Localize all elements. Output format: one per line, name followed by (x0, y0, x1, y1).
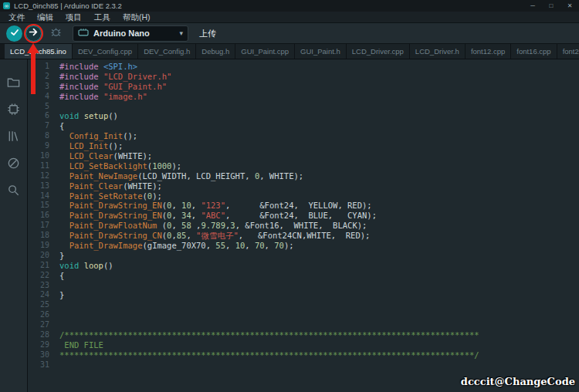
start-debug-button[interactable] (48, 25, 63, 41)
line-number: 29 (28, 340, 49, 350)
window-controls: ─ □ ✕ (523, 0, 579, 12)
menu-edit[interactable]: 编辑 (31, 12, 59, 23)
menu-help[interactable]: 帮助(H) (117, 12, 157, 23)
line-number: 10 (28, 151, 49, 161)
verify-button[interactable] (6, 25, 22, 42)
line-number: 7 (28, 121, 49, 131)
annotation-ring (24, 24, 43, 43)
code-line[interactable]: 27 (28, 320, 579, 330)
code-line[interactable]: 15 Paint_DrawString_EN(0, 10, "123", &Fo… (28, 201, 579, 211)
code-text: LCD_Init(); (49, 141, 123, 151)
boards-manager-icon[interactable] (5, 100, 23, 118)
close-button[interactable]: ✕ (560, 0, 579, 12)
chevron-down-icon: ▾ (179, 29, 183, 37)
line-number: 22 (28, 271, 49, 281)
code-line[interactable]: 14 Paint_SetRotate(0); (28, 191, 579, 201)
tab-dev-config-h[interactable]: DEV_Config.h (138, 44, 196, 59)
code-line[interactable]: 13 Paint_Clear(WHITE); (28, 181, 579, 191)
tab-lcd-driver-cpp[interactable]: LCD_Driver.cpp (347, 44, 410, 59)
code-text (49, 102, 59, 112)
line-number: 30 (28, 350, 49, 360)
tab-lcd-driver-h[interactable]: LCD_Driver.h (410, 44, 466, 59)
search-icon[interactable] (5, 181, 23, 199)
code-line[interactable]: 31 (28, 360, 579, 370)
watermark: dcccit@ChangeCode (461, 376, 575, 387)
tab-gui-paint-h[interactable]: GUI_Paint.h (295, 44, 347, 59)
line-number: 28 (28, 330, 49, 340)
code-line[interactable]: 5 (28, 102, 579, 112)
line-number: 25 (28, 300, 49, 310)
library-manager-icon[interactable] (5, 127, 23, 145)
tab-bar: LCD_0inch85.inoDEV_Config.cppDEV_Config.… (0, 44, 579, 59)
check-icon (10, 26, 19, 40)
line-number: 15 (28, 201, 49, 211)
tab-font12-cpp[interactable]: font12.cpp (466, 44, 511, 59)
code-line[interactable]: 11 LCD_SetBacklight(1000); (28, 161, 579, 171)
code-text: Paint_DrawImage(gImage_70X70, 55, 10, 70… (49, 241, 294, 251)
menu-sketch[interactable]: 项目 (59, 12, 88, 23)
tab-font20-cpp[interactable]: font20.cpp (557, 44, 579, 59)
code-text: } (49, 251, 64, 261)
code-line[interactable]: 30**************************************… (28, 350, 579, 360)
code-line[interactable]: 6void setup() (28, 111, 579, 121)
line-number: 23 (28, 281, 49, 291)
code-text: void setup() (49, 111, 118, 121)
arduino-ide-window: ∞ LCD_0inch85 | Arduino IDE 2.3.2 ─ □ ✕ … (0, 0, 579, 392)
code-line[interactable]: 1#include <SPI.h> (28, 62, 579, 72)
code-line[interactable]: 28/*************************************… (28, 330, 579, 340)
maximize-button[interactable]: □ (542, 0, 560, 12)
menubar: 文件编辑项目工具帮助(H) (0, 12, 579, 23)
code-line[interactable]: 18 Paint_DrawString_CN(0,85, "微雪电子", &Fo… (28, 231, 579, 241)
line-number: 31 (28, 360, 49, 370)
code-line[interactable]: 23 (28, 281, 579, 291)
code-text: LCD_SetBacklight(1000); (49, 161, 181, 171)
code-line[interactable]: 4#include "image.h" (28, 92, 579, 102)
code-line[interactable]: 7{ (28, 121, 579, 131)
tab-gui-paint-cpp[interactable]: GUI_Paint.cpp (235, 44, 295, 59)
board-selector[interactable]: Arduino Nano ▾ (73, 25, 188, 42)
line-number: 12 (28, 171, 49, 181)
menu-file[interactable]: 文件 (2, 12, 31, 23)
tab-font16-cpp[interactable]: font16.cpp (511, 44, 557, 59)
tab-debug-h[interactable]: Debug.h (196, 44, 235, 59)
activity-bar (0, 59, 28, 392)
code-text: Paint_Clear(WHITE); (49, 181, 162, 191)
code-line[interactable]: 17 Paint_DrawFloatNum (0, 58 ,9.789,3, &… (28, 221, 579, 231)
code-line[interactable]: 21void loop() (28, 261, 579, 271)
minimize-button[interactable]: ─ (523, 0, 542, 12)
code-line[interactable]: 22{ (28, 271, 579, 281)
code-line[interactable]: 8 Config_Init(); (28, 131, 579, 141)
line-number: 11 (28, 161, 49, 171)
line-number: 18 (28, 231, 49, 241)
code-line[interactable]: 29 END FILE (28, 340, 579, 350)
code-line[interactable]: 3#include "GUI_Paint.h" (28, 82, 579, 92)
code-line[interactable]: 10 LCD_Clear(WHITE); (28, 151, 579, 161)
board-selector-value: Arduino Nano (93, 29, 150, 38)
board-icon (78, 26, 89, 40)
code-line[interactable]: 9 LCD_Init(); (28, 141, 579, 151)
code-line[interactable]: 19 Paint_DrawImage(gImage_70X70, 55, 10,… (28, 241, 579, 251)
sketchbook-icon[interactable] (5, 73, 23, 91)
code-line[interactable]: 25 (28, 300, 579, 310)
line-number: 19 (28, 241, 49, 251)
code-text: Paint_SetRotate(0); (49, 191, 162, 201)
code-line[interactable]: 12 Paint_NewImage(LCD_WIDTH, LCD_HEIGHT,… (28, 171, 579, 181)
code-text: void loop() (49, 261, 113, 271)
code-line[interactable]: 20} (28, 251, 579, 261)
line-number: 6 (28, 111, 49, 121)
line-number: 5 (28, 102, 49, 112)
code-lines: 1#include <SPI.h>2#include "LCD_Driver.h… (28, 62, 579, 370)
code-text: /***************************************… (49, 330, 479, 340)
code-editor[interactable]: 1#include <SPI.h>2#include "LCD_Driver.h… (28, 59, 579, 392)
line-number: 21 (28, 261, 49, 271)
tab-dev-config-cpp[interactable]: DEV_Config.cpp (73, 44, 138, 59)
upload-tooltip: 上传 (199, 28, 216, 39)
debug-icon[interactable] (5, 154, 23, 172)
code-line[interactable]: 16 Paint_DrawString_EN(0, 34, "ABC", &Fo… (28, 211, 579, 221)
code-line[interactable]: 24} (28, 290, 579, 300)
code-text (49, 281, 59, 291)
code-line[interactable]: 26 (28, 310, 579, 320)
menu-tools[interactable]: 工具 (88, 12, 117, 23)
code-text: #include "image.h" (49, 92, 147, 102)
code-line[interactable]: 2#include "LCD_Driver.h" (28, 72, 579, 82)
